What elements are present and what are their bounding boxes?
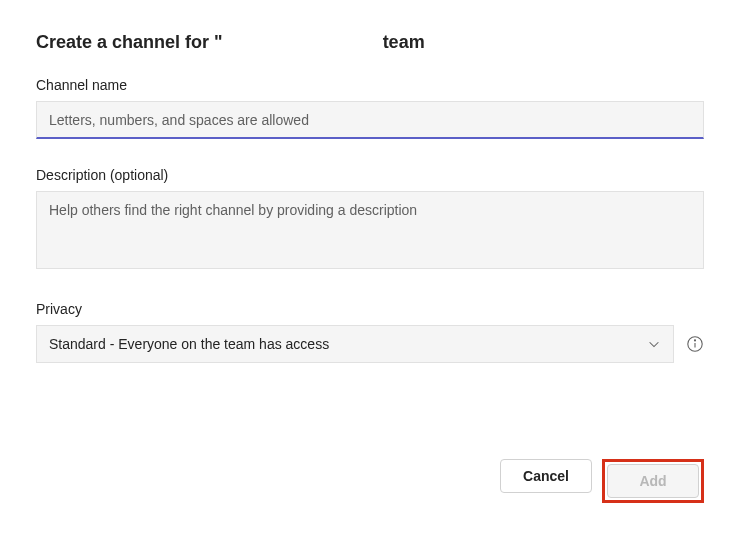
dialog-actions: Cancel Add <box>500 459 704 503</box>
dialog-title: Create a channel for " team <box>36 32 704 53</box>
channel-name-field: Channel name <box>36 77 704 139</box>
add-button-highlight: Add <box>602 459 704 503</box>
privacy-select[interactable]: Standard - Everyone on the team has acce… <box>36 325 674 363</box>
info-icon[interactable] <box>686 335 704 353</box>
description-input[interactable] <box>36 191 704 269</box>
svg-point-2 <box>694 340 695 341</box>
dialog-title-prefix: Create a channel for " <box>36 32 223 52</box>
channel-name-label: Channel name <box>36 77 704 93</box>
privacy-selected-value: Standard - Everyone on the team has acce… <box>49 336 647 352</box>
chevron-down-icon <box>647 337 661 351</box>
description-field: Description (optional) <box>36 167 704 273</box>
description-label: Description (optional) <box>36 167 704 183</box>
privacy-label: Privacy <box>36 301 704 317</box>
privacy-field: Privacy Standard - Everyone on the team … <box>36 301 704 363</box>
channel-name-input[interactable] <box>36 101 704 139</box>
add-button[interactable]: Add <box>607 464 699 498</box>
dialog-title-suffix: team <box>383 32 425 52</box>
cancel-button[interactable]: Cancel <box>500 459 592 493</box>
